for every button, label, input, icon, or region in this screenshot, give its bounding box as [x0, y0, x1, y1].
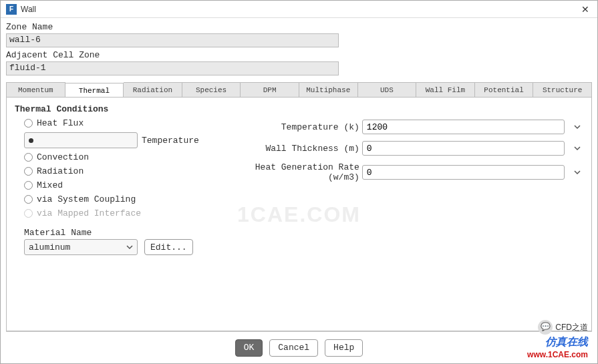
dialog-footer: OK Cancel Help 💬CFD之道 仿真在线 www.1CAE.com — [6, 331, 592, 363]
tab-uds[interactable]: UDS — [358, 82, 417, 97]
heat-gen-row: Heat Generation Rate (w/m3) — [219, 162, 583, 182]
brand-line3: www.1CAE.com — [527, 349, 588, 361]
radio-icon — [24, 153, 33, 162]
radio-label: via System Coupling — [37, 194, 136, 204]
material-label: Material Name — [24, 228, 138, 238]
temperature-input[interactable] — [362, 120, 565, 134]
edit-material-button[interactable]: Edit... — [144, 239, 193, 255]
radio-icon — [24, 195, 33, 204]
radio-label: Convection — [37, 152, 89, 162]
temperature-dropdown-icon[interactable] — [571, 121, 583, 133]
thermal-conditions-title: Thermal Conditions — [15, 104, 583, 114]
radio-icon — [24, 119, 33, 128]
radio-label: Radiation — [37, 166, 84, 176]
radio-icon — [24, 167, 33, 176]
dialog-body: Zone Name wall-6 Adjacent Cell Zone flui… — [1, 18, 597, 363]
material-value: aluminum — [29, 242, 70, 252]
temperature-label: Temperature (k) — [219, 122, 359, 132]
radio-label: via Mapped Interface — [37, 208, 141, 218]
radio-icon — [24, 209, 33, 218]
material-row: Material Name aluminum Edit... — [24, 228, 583, 255]
heat-gen-dropdown-icon[interactable] — [571, 166, 583, 178]
cancel-button[interactable]: Cancel — [269, 339, 318, 357]
thermal-fields: Temperature (k) Wall Thickness (m) Heat … — [219, 118, 583, 218]
radio-icon — [24, 181, 33, 190]
help-button[interactable]: Help — [325, 339, 363, 357]
window-title: Wall — [21, 5, 579, 14]
radio-radiation[interactable]: Radiation — [24, 166, 199, 176]
wall-thickness-label: Wall Thickness (m) — [219, 144, 359, 154]
wall-thickness-dropdown-icon[interactable] — [571, 142, 583, 154]
radio-system-coupling[interactable]: via System Coupling — [24, 194, 199, 204]
heat-gen-label: Heat Generation Rate (w/m3) — [219, 162, 359, 182]
radio-icon — [24, 132, 138, 148]
material-select[interactable]: aluminum — [24, 239, 138, 255]
tab-wall-film[interactable]: Wall Film — [416, 82, 475, 97]
radio-label: Heat Flux — [37, 118, 84, 128]
thermal-conditions-group: Heat Flux Temperature Convection Radiati… — [24, 118, 199, 218]
adjacent-zone-field[interactable]: fluid-1 — [6, 61, 339, 75]
radio-temperature[interactable]: Temperature — [24, 132, 199, 148]
zone-name-label: Zone Name — [6, 22, 592, 32]
tab-potential[interactable]: Potential — [475, 82, 534, 97]
close-icon[interactable]: ✕ — [579, 4, 592, 15]
brand-line2: 仿真在线 — [527, 335, 588, 349]
wall-thickness-input[interactable] — [362, 141, 565, 156]
thermal-pane: 1CAE.COM Thermal Conditions Heat Flux Te… — [6, 97, 592, 331]
temperature-row: Temperature (k) — [219, 120, 583, 134]
app-icon: F — [6, 4, 17, 15]
radio-mixed[interactable]: Mixed — [24, 180, 199, 190]
ok-button[interactable]: OK — [235, 339, 263, 357]
tab-multiphase[interactable]: Multiphase — [299, 82, 358, 97]
tab-thermal[interactable]: Thermal — [65, 83, 124, 98]
zone-name-field[interactable]: wall-6 — [6, 33, 339, 47]
radio-mapped-interface: via Mapped Interface — [24, 208, 199, 218]
titlebar: F Wall ✕ — [1, 1, 597, 18]
radio-label: Temperature — [142, 136, 199, 146]
tab-dpm[interactable]: DPM — [241, 82, 299, 97]
tab-structure[interactable]: Structure — [533, 82, 592, 97]
wall-dialog: F Wall ✕ Zone Name wall-6 Adjacent Cell … — [0, 0, 598, 364]
chevron-down-icon — [126, 244, 133, 250]
tab-bar: Momentum Thermal Radiation Species DPM M… — [6, 82, 592, 97]
wall-thickness-row: Wall Thickness (m) — [219, 141, 583, 156]
tab-momentum[interactable]: Momentum — [6, 82, 65, 97]
radio-heat-flux[interactable]: Heat Flux — [24, 118, 199, 128]
tab-radiation[interactable]: Radiation — [124, 82, 182, 97]
tab-species[interactable]: Species — [182, 82, 241, 97]
adjacent-zone-label: Adjacent Cell Zone — [6, 50, 592, 60]
radio-convection[interactable]: Convection — [24, 152, 199, 162]
radio-label: Mixed — [37, 180, 63, 190]
heat-gen-input[interactable] — [362, 165, 565, 180]
